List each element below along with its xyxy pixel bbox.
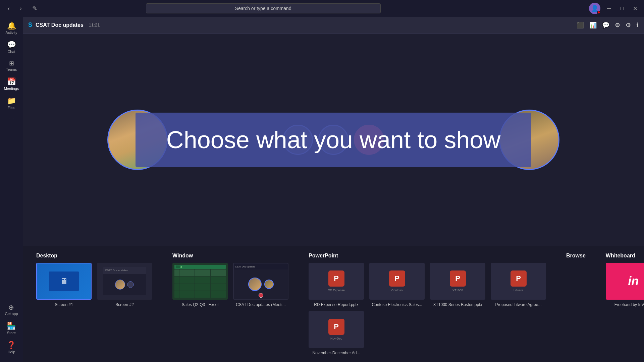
- powerpoint-category: PowerPoint P RD Expense: [309, 253, 546, 355]
- xt1000-item[interactable]: P XT1000 XT1000 Series Boston.pptx: [430, 263, 485, 307]
- meeting-stage: 🔴 Choose what you want to show: [23, 34, 644, 246]
- contoso-icon-label: Contoso: [391, 289, 403, 292]
- window-category: Window X: [172, 253, 288, 307]
- sidebar-item-store[interactable]: 🏪 Store: [3, 320, 19, 338]
- sidebar: 🔔 Activity 💬 Chat ⊞ Teams 📅 Meetings 📁 F…: [0, 17, 23, 362]
- sidebar-item-teams[interactable]: ⊞ Teams: [0, 58, 23, 74]
- rd-expense-label: RD Expense Report.pptx: [314, 302, 359, 307]
- screen2-label: Screen #2: [115, 302, 134, 307]
- xt1000-icon-label: XT1000: [452, 289, 463, 292]
- content-area: S CSAT Doc updates 11:21 ⬛ 📊 💬 ⚙ ⚙ ℹ: [23, 17, 644, 362]
- info-button[interactable]: ℹ: [636, 21, 639, 29]
- screen2-item[interactable]: CSAT Doc updates Screen #2: [97, 263, 152, 307]
- skype-icon: S: [28, 21, 32, 28]
- sidebar-label-help: Help: [8, 350, 15, 354]
- sidebar-item-more[interactable]: ···: [0, 114, 23, 124]
- sidebar-label-files: Files: [7, 106, 15, 110]
- compose-button[interactable]: ✎: [30, 3, 40, 13]
- sidebar-label-meetings: Meetings: [4, 86, 19, 90]
- teams-window-thumb[interactable]: CSAT Doc updates: [233, 263, 288, 300]
- excel-thumb[interactable]: X: [172, 263, 228, 300]
- litware-icon-label: Litware: [514, 289, 523, 292]
- rd-expense-item[interactable]: P RD Expense RD Expense Report.pptx: [309, 263, 364, 307]
- litware-item[interactable]: P Litware Proposed Litware Agree...: [491, 263, 546, 307]
- nov-dec-thumb[interactable]: P Nov-Dec: [309, 311, 364, 348]
- user-avatar[interactable]: 👤: [589, 3, 600, 14]
- sidebar-item-meetings[interactable]: 📅 Meetings: [0, 75, 23, 93]
- teams-window-item[interactable]: CSAT Doc updates: [233, 263, 288, 307]
- maximize-button[interactable]: □: [618, 4, 626, 13]
- sidebar-label-store: Store: [7, 331, 16, 335]
- rd-expense-thumb[interactable]: P RD Expense: [309, 263, 364, 300]
- main-layout: 🔔 Activity 💬 Chat ⊞ Teams 📅 Meetings 📁 F…: [0, 17, 644, 362]
- sidebar-label-get-app: Get app: [5, 312, 18, 316]
- powerpoint-items-row1: P RD Expense RD Expense Report.pptx P: [309, 263, 546, 307]
- sidebar-item-files[interactable]: 📁 Files: [0, 95, 23, 112]
- teams-window-label: CSAT Doc updates (Meeti...: [236, 302, 285, 307]
- rd-expense-icon-label: RD Expense: [328, 289, 345, 292]
- invision-thumb[interactable]: in: [606, 263, 644, 300]
- nov-dec-label: November-December Ad...: [312, 351, 360, 355]
- screen1-thumb[interactable]: 🖥: [36, 263, 92, 300]
- meetings-icon: 📅: [7, 78, 16, 85]
- contoso-item[interactable]: P Contoso Contoso Electronics Sales...: [369, 263, 425, 307]
- get-app-icon: ⊕: [8, 304, 14, 311]
- whiteboard-items: in Freehand by InVision: [606, 263, 644, 307]
- sidebar-label-activity: Activity: [6, 31, 17, 35]
- chat-icon: 💬: [7, 41, 16, 49]
- share-panel: Desktop 🖥 Screen #1: [23, 246, 644, 362]
- back-button[interactable]: ‹: [4, 4, 13, 13]
- overlay-text: Choose what you want to show: [166, 126, 501, 154]
- desktop-items: 🖥 Screen #1: [36, 263, 152, 307]
- close-button[interactable]: ✕: [630, 4, 640, 13]
- more-icon: ···: [8, 116, 14, 121]
- help-icon: ❓: [7, 342, 16, 349]
- teams-icon: ⊞: [9, 60, 14, 66]
- share-row: Desktop 🖥 Screen #1: [36, 253, 631, 355]
- window-items: X: [172, 263, 288, 307]
- settings-button[interactable]: ⚙: [626, 21, 631, 29]
- nov-dec-item[interactable]: P Nov-Dec November-December Ad...: [309, 311, 364, 355]
- powerpoint-items-row2: P Nov-Dec November-December Ad...: [309, 311, 546, 355]
- whiteboard-label: Whiteboard: [606, 253, 644, 259]
- minimize-button[interactable]: ─: [604, 4, 613, 13]
- powerpoint-label: PowerPoint: [309, 253, 546, 259]
- desktop-category: Desktop 🖥 Screen #1: [36, 253, 152, 307]
- contoso-thumb[interactable]: P Contoso: [369, 263, 425, 300]
- meeting-header: S CSAT Doc updates 11:21 ⬛ 📊 💬 ⚙ ⚙ ℹ: [23, 17, 644, 34]
- window-label: Window: [172, 253, 288, 259]
- nov-dec-icon-label: Nov-Dec: [330, 337, 342, 340]
- forward-button[interactable]: ›: [16, 4, 25, 13]
- sidebar-label-teams: Teams: [6, 67, 17, 71]
- browse-category: Browse: [566, 253, 586, 263]
- status-dot: [597, 11, 600, 14]
- sidebar-item-help[interactable]: ❓ Help: [3, 339, 19, 357]
- sidebar-label-chat: Chat: [7, 50, 15, 54]
- store-icon: 🏪: [7, 322, 16, 330]
- meeting-time: 11:21: [89, 22, 100, 27]
- sidebar-item-chat[interactable]: 💬 Chat: [0, 39, 23, 56]
- nav-controls: ‹ ›: [4, 4, 25, 13]
- xt1000-thumb[interactable]: P XT1000: [430, 263, 485, 300]
- browse-label: Browse: [566, 253, 586, 259]
- contoso-label: Contoso Electronics Sales...: [372, 302, 422, 307]
- litware-thumb[interactable]: P Litware: [491, 263, 546, 300]
- sidebar-item-get-app[interactable]: ⊕ Get app: [3, 301, 19, 318]
- screen1-label: Screen #1: [55, 302, 73, 307]
- share-screen-button[interactable]: ⬛: [577, 21, 584, 29]
- more-options-button[interactable]: ⚙: [615, 21, 620, 29]
- excel-label: Sales Q2-Q3 - Excel: [182, 302, 218, 307]
- meeting-chat-button[interactable]: 💬: [602, 21, 609, 29]
- activity-icon: 🔔: [7, 22, 16, 29]
- screen2-thumb[interactable]: CSAT Doc updates: [97, 263, 152, 300]
- invision-label: Freehand by InVision: [614, 302, 644, 307]
- sidebar-item-activity[interactable]: 🔔 Activity: [0, 19, 23, 37]
- participants-button[interactable]: 📊: [589, 21, 597, 29]
- search-bar[interactable]: Search or type a command: [146, 3, 381, 13]
- titlebar: ‹ › ✎ Search or type a command 👤 ─ □ ✕: [0, 0, 644, 17]
- meeting-title: CSAT Doc updates: [36, 22, 84, 28]
- excel-item[interactable]: X: [172, 263, 228, 307]
- invision-item[interactable]: in Freehand by InVision: [606, 263, 644, 307]
- titlebar-right: 👤 ─ □ ✕: [589, 3, 640, 14]
- screen1-item[interactable]: 🖥 Screen #1: [36, 263, 92, 307]
